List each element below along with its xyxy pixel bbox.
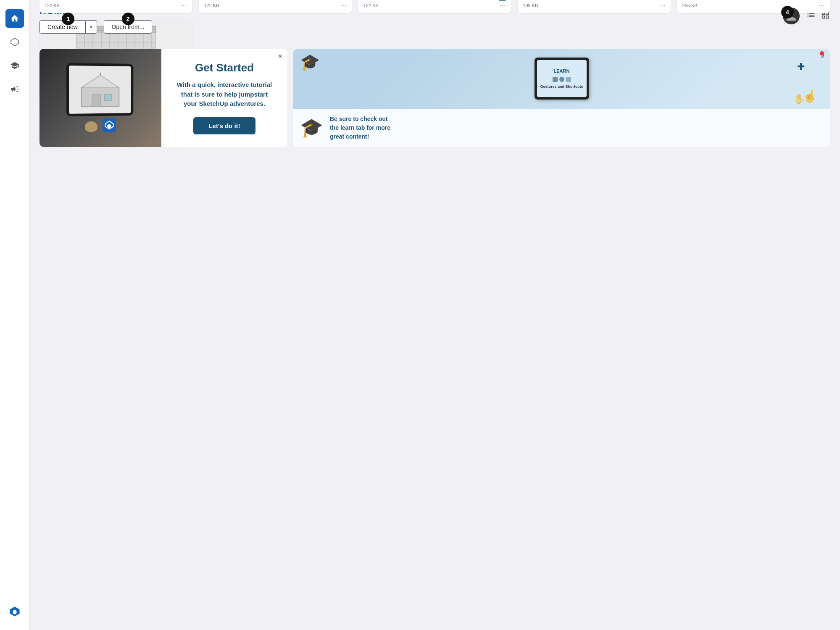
learn-tab-banner: 🎓 LEARN Gestures and Short [293,49,830,147]
banners-section: Get Started With a quick, interactive tu… [39,49,830,147]
banner-title: Get Started [195,61,254,74]
learn-banner-text: 🎓 Be sure to check out the learn tab for… [293,109,830,147]
learn-banner-image: 🎓 LEARN Gestures and Short [293,49,830,109]
folder-icon-4[interactable]: 📁 [818,0,825,1]
file-size-row-3: 109 KB ⋯ [523,2,665,10]
grad-cap-icon: 🎓 [300,53,320,71]
sync-icon-2: 🔄 [499,0,506,1]
folder-icon-3[interactable]: 📁 [658,0,666,1]
file-more-1[interactable]: ⋯ [340,2,347,10]
file-size-row-2: 122 KB ⋯ [363,2,506,10]
banner-close-button[interactable]: × [278,52,282,61]
file-card-4[interactable]: SketchUp Logo.skp Last Modified: 3/25/22… [677,0,830,13]
banner-image [39,49,161,147]
svg-rect-4 [105,94,111,101]
sidebar-item-sketchup[interactable] [5,602,24,621]
sidebar [0,0,29,630]
file-card-3[interactable]: Untitled.skp Last Modified: 4/7/22, 8:03… [518,0,670,13]
file-size-row-1: 122 KB ⋯ [204,2,346,10]
file-size-row-0: 122 KB ⋯ [45,2,187,10]
file-info-3: Untitled.skp Last Modified: 4/7/22, 8:03… [518,0,670,13]
create-new-button[interactable]: Create new [40,21,85,33]
sidebar-item-announce[interactable] [5,80,24,98]
file-size-4: 255 KB [682,3,698,8]
file-size-row-4: 255 KB ⋯ [682,2,825,10]
sidebar-bottom [5,600,24,623]
main-content: HOME 1 Create new ▾ 2 Open from... [29,0,840,630]
file-card-2[interactable]: Untitled.skp Last Modified: 4/4/22, 1:33… [358,0,511,13]
file-size-0: 122 KB [45,3,60,8]
file-more-4[interactable]: ⋯ [818,2,825,10]
banner-description: With a quick, interactive tutorial that … [177,80,272,109]
file-card-0[interactable]: Untitled copy.skp Last Modified: 4/7/22,… [39,0,192,13]
file-info-2: Untitled.skp Last Modified: 4/4/22, 1:33… [358,0,511,13]
file-info-4: SketchUp Logo.skp Last Modified: 3/25/22… [677,0,830,13]
get-started-banner: Get Started With a quick, interactive tu… [39,49,287,147]
file-more-0[interactable]: ⋯ [180,2,187,10]
file-info-0: Untitled copy.skp Last Modified: 4/7/22,… [39,0,192,13]
learn-grad-icon: 🎓 [300,117,323,139]
svg-marker-0 [11,38,18,46]
folder-icon-1[interactable]: 📁 [340,0,347,1]
file-info-1: Untitled copy.skp Last Modified: 4/7/22,… [199,0,351,13]
sidebar-item-home[interactable] [5,9,24,28]
file-meta-3: Last Modified: 4/7/22, 8:03 PM 📁 [523,0,665,1]
svg-marker-2 [82,75,119,87]
file-size-3: 109 KB [523,3,538,8]
file-meta-2: Last Modified: 4/4/22, 1:33 PM 🔄 [363,0,506,1]
step-badge-4: 4 [781,6,794,18]
folder-icon-0[interactable]: 📁 [180,0,187,1]
banner-text-content: Get Started With a quick, interactive tu… [161,49,287,147]
lets-do-it-button[interactable]: Let's do it! [193,117,255,134]
sidebar-item-shapes[interactable] [5,33,24,51]
step-badge-2: 2 [122,13,134,25]
learn-banner-description: Be sure to check out the learn tab for m… [330,115,390,141]
file-meta-1: Last Modified: 4/7/22, 8:34 PM 📁 [204,0,346,1]
step-badge-1: 1 [62,13,74,25]
sidebar-item-learn[interactable] [5,56,24,75]
files-grid-row1: Untitled copy.skp Last Modified: 4/7/22,… [39,0,830,13]
svg-rect-3 [92,94,100,107]
file-more-2[interactable]: ⋯ [499,2,506,10]
file-size-2: 122 KB [363,3,379,8]
file-meta-4: Last Modified: 3/25/22, 5:22 PM 📁 [682,0,825,1]
file-size-1: 122 KB [204,3,219,8]
file-meta-0: Last Modified: 4/7/22, 8:34 PM 📁 [45,0,187,1]
create-new-dropdown[interactable]: ▾ [85,21,97,33]
learn-banner-close[interactable]: × [820,52,825,61]
file-card-1[interactable]: Untitled copy.skp Last Modified: 4/7/22,… [199,0,351,13]
file-more-3[interactable]: ⋯ [659,2,666,10]
